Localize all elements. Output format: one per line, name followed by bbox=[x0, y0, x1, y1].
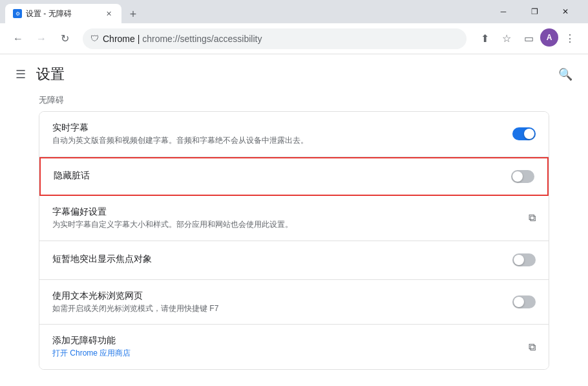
minimize-button[interactable]: ─ bbox=[488, 1, 518, 22]
caret-browsing-desc: 如需开启或关闭光标浏览模式，请使用快捷键 F7 bbox=[52, 303, 512, 314]
site-name: Chrome bbox=[103, 34, 135, 44]
profanity-filter-title: 隐藏脏话 bbox=[54, 170, 511, 182]
bookmark-button[interactable]: ☆ bbox=[496, 28, 517, 49]
profanity-filter-toggle[interactable] bbox=[511, 170, 534, 183]
forward-button[interactable]: → bbox=[31, 28, 52, 49]
settings-main: ☰ 设置 🔍 无障碍 实时字幕 自动为英文版音频和视频创建字幕。音频和字幕绝不会… bbox=[0, 54, 588, 386]
add-accessibility-item: 添加无障碍功能 打开 Chrome 应用商店 ⧉ bbox=[39, 325, 549, 369]
title-bar: ⚙ 设置 - 无障碍 ✕ + ─ ❐ ✕ bbox=[0, 0, 588, 23]
focus-highlight-item: 短暂地突出显示焦点对象 bbox=[39, 241, 549, 280]
live-captions-toggle[interactable] bbox=[512, 127, 536, 140]
window-controls: ─ ❐ ✕ bbox=[488, 1, 583, 22]
search-icon[interactable]: 🔍 bbox=[558, 67, 572, 81]
tab-strip: ⚙ 设置 - 无障碍 ✕ + bbox=[5, 0, 488, 23]
caret-browsing-title: 使用文本光标浏览网页 bbox=[52, 290, 512, 302]
caption-preferences-item: 字幕偏好设置 为实时字幕自定义字幕大小和样式。部分应用和网站也会使用此设置。 ⧉ bbox=[39, 196, 549, 241]
toggle-thumb bbox=[514, 255, 524, 265]
external-link-icon[interactable]: ⧉ bbox=[529, 212, 536, 224]
new-tab-button[interactable]: + bbox=[124, 5, 142, 23]
url-path: chrome://settings/accessibility bbox=[142, 34, 262, 44]
caption-preferences-desc: 为实时字幕自定义字幕大小和样式。部分应用和网站也会使用此设置。 bbox=[52, 219, 529, 230]
caption-preferences-title: 字幕偏好设置 bbox=[52, 206, 529, 218]
toggle-thumb bbox=[514, 297, 524, 307]
address-text: Chrome | chrome://settings/accessibility bbox=[103, 34, 459, 44]
tab-favicon: ⚙ bbox=[13, 9, 22, 18]
live-captions-desc: 自动为英文版音频和视频创建字幕。音频和字幕绝不会从设备中泄露出去。 bbox=[52, 135, 512, 146]
address-bar[interactable]: 🛡 Chrome | chrome://settings/accessibili… bbox=[83, 28, 467, 49]
caption-preferences-text: 字幕偏好设置 为实时字幕自定义字幕大小和样式。部分应用和网站也会使用此设置。 bbox=[52, 206, 529, 230]
caret-browsing-text: 使用文本光标浏览网页 如需开启或关闭光标浏览模式，请使用快捷键 F7 bbox=[52, 290, 512, 314]
caret-browsing-item: 使用文本光标浏览网页 如需开启或关闭光标浏览模式，请使用快捷键 F7 bbox=[39, 280, 549, 325]
focus-highlight-title: 短暂地突出显示焦点对象 bbox=[52, 253, 512, 265]
sidebar-menu-icon[interactable]: ☰ bbox=[16, 67, 26, 81]
security-icon: 🛡 bbox=[90, 34, 99, 43]
live-captions-title: 实时字幕 bbox=[52, 122, 512, 134]
back-button[interactable]: ← bbox=[8, 28, 28, 49]
toggle-thumb bbox=[512, 171, 523, 182]
accessibility-card: 实时字幕 自动为英文版音频和视频创建字幕。音频和字幕绝不会从设备中泄露出去。 隐… bbox=[39, 111, 549, 370]
split-view-button[interactable]: ▭ bbox=[518, 28, 539, 49]
nav-actions: ⬆ ☆ ▭ A ⋮ bbox=[474, 28, 580, 49]
focus-highlight-text: 短暂地突出显示焦点对象 bbox=[52, 253, 512, 266]
external-link-icon-2[interactable]: ⧉ bbox=[529, 341, 536, 353]
restore-button[interactable]: ❐ bbox=[520, 1, 549, 22]
content-area: ☰ 设置 🔍 无障碍 实时字幕 自动为英文版音频和视频创建字幕。音频和字幕绝不会… bbox=[0, 54, 588, 386]
close-button[interactable]: ✕ bbox=[551, 1, 580, 22]
chrome-store-link[interactable]: 打开 Chrome 应用商店 bbox=[52, 348, 131, 358]
menu-button[interactable]: ⋮ bbox=[560, 28, 580, 49]
settings-header: ☰ 设置 🔍 bbox=[0, 54, 588, 89]
add-accessibility-title: 添加无障碍功能 bbox=[52, 335, 529, 347]
profanity-filter-item: 隐藏脏话 bbox=[39, 157, 549, 196]
add-accessibility-desc: 打开 Chrome 应用商店 bbox=[52, 348, 529, 359]
profile-button[interactable]: A bbox=[540, 28, 558, 47]
share-button[interactable]: ⬆ bbox=[474, 28, 495, 49]
focus-highlight-toggle[interactable] bbox=[512, 253, 536, 266]
caret-browsing-toggle[interactable] bbox=[512, 295, 536, 308]
section-title: 无障碍 bbox=[39, 94, 549, 106]
live-captions-item: 实时字幕 自动为英文版音频和视频创建字幕。音频和字幕绝不会从设备中泄露出去。 bbox=[39, 112, 549, 157]
url-separator: | bbox=[135, 34, 142, 44]
live-captions-text: 实时字幕 自动为英文版音频和视频创建字幕。音频和字幕绝不会从设备中泄露出去。 bbox=[52, 122, 512, 146]
navigation-bar: ← → ↻ 🛡 Chrome | chrome://settings/acces… bbox=[0, 23, 588, 54]
tab-close-button[interactable]: ✕ bbox=[103, 8, 114, 19]
settings-content: 无障碍 实时字幕 自动为英文版音频和视频创建字幕。音频和字幕绝不会从设备中泄露出… bbox=[0, 89, 588, 385]
window-frame: ⚙ 设置 - 无障碍 ✕ + ─ ❐ ✕ ← → ↻ 🛡 Chrome | ch… bbox=[0, 0, 588, 386]
active-tab[interactable]: ⚙ 设置 - 无障碍 ✕ bbox=[5, 4, 121, 23]
profanity-filter-text: 隐藏脏话 bbox=[54, 170, 511, 183]
add-accessibility-text: 添加无障碍功能 打开 Chrome 应用商店 bbox=[52, 335, 529, 359]
tab-title: 设置 - 无障碍 bbox=[26, 8, 72, 19]
settings-title: 设置 bbox=[36, 65, 65, 84]
refresh-button[interactable]: ↻ bbox=[54, 28, 75, 49]
